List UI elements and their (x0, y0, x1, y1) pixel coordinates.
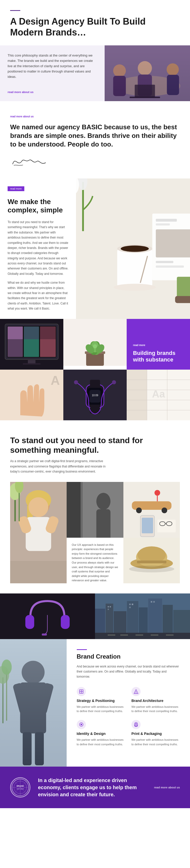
svg-rect-84 (10, 561, 67, 583)
svg-rect-18 (117, 249, 152, 287)
svg-rect-64 (127, 370, 147, 420)
print-title: Print & Packaging (131, 732, 180, 736)
philosophy-text: This core philosophy stands at the cente… (8, 53, 97, 79)
svg-point-92 (136, 507, 141, 513)
svg-text:EST. 2024: EST. 2024 (17, 788, 24, 790)
svg-rect-156 (135, 725, 137, 726)
service-architecture: Brand Architecture We partner with ambit… (131, 687, 180, 714)
philosophy-banner: This core philosophy stands at the cente… (0, 45, 190, 101)
svg-point-94 (154, 490, 160, 495)
items-photo (123, 482, 180, 538)
building-read-more[interactable]: read more (133, 344, 184, 346)
brand-image (0, 639, 67, 767)
service-strategy: Strategy & Positioning We partner with a… (77, 687, 125, 714)
svg-point-21 (114, 284, 156, 291)
svg-point-106 (129, 565, 174, 572)
svg-rect-77 (26, 517, 51, 551)
svg-point-61 (74, 380, 78, 384)
svg-point-62 (112, 380, 116, 384)
basic-read-more[interactable]: read more about us (10, 115, 34, 118)
svg-rect-146 (0, 639, 67, 767)
city-banner (95, 593, 190, 639)
strategy-title: Strategy & Positioning (77, 699, 125, 703)
bottom-banner-section: BRAND EST. 2024 In a digital-led and exp… (0, 767, 190, 808)
svg-rect-41 (23, 363, 40, 365)
svg-rect-24 (156, 219, 177, 222)
philosophy-image (105, 45, 190, 101)
brand-content: Brand Creation And because we work acros… (67, 639, 190, 767)
grid-pattern-cell: Aa (127, 370, 190, 420)
svg-rect-86 (67, 482, 81, 538)
svg-rect-108 (25, 615, 34, 629)
print-text: We partner with ambitious businesses to … (131, 738, 180, 747)
hero-accent-line (10, 10, 20, 11)
philosophy-read-more[interactable]: read more about us (8, 91, 97, 94)
brand-accent-bar (77, 649, 87, 650)
blonde-photo (10, 482, 67, 583)
banner-section (0, 593, 190, 639)
print-icon (131, 720, 140, 729)
hero-section: A Design Agency Built To Build Modern Br… (0, 0, 190, 101)
grid-monitor-cell (0, 319, 63, 370)
bw-photo (67, 482, 123, 538)
svg-text:Aa: Aa (152, 389, 165, 400)
svg-rect-109 (61, 615, 70, 629)
svg-rect-27 (156, 261, 173, 263)
service-identity: Identity & Design We partner with ambiti… (77, 720, 125, 747)
svg-rect-59 (90, 380, 100, 386)
complex-section: read more We make the complex, simple To… (0, 179, 190, 319)
svg-text:A: A (51, 373, 60, 388)
signature (10, 154, 180, 171)
brand-creation-text: And because we work across every channel… (77, 664, 180, 679)
architecture-icon (131, 687, 140, 696)
svg-rect-35 (8, 327, 23, 339)
svg-rect-28 (156, 266, 184, 268)
svg-rect-134 (95, 593, 190, 639)
complex-badge[interactable]: read more (8, 186, 24, 191)
ux-text-excerpt: Our UX approach is based on this princip… (72, 543, 118, 583)
svg-rect-105 (137, 560, 166, 563)
svg-rect-51 (63, 366, 127, 370)
identity-icon (77, 720, 86, 729)
svg-point-20 (121, 245, 149, 252)
hat-photo (123, 538, 180, 583)
headphones-banner (0, 593, 95, 639)
strategy-text: We partner with ambitious businesses to … (77, 705, 125, 714)
brand-creation-section: Brand Creation And because we work acros… (0, 639, 190, 767)
grid-hand-cell: A (0, 370, 63, 420)
svg-rect-26 (156, 229, 190, 257)
photo-collage: Our UX approach is based on this princip… (10, 482, 180, 583)
svg-rect-25 (156, 223, 170, 225)
identity-title: Identity & Design (77, 732, 125, 736)
complex-text1: To stand out you need to stand for somet… (8, 220, 68, 276)
svg-rect-110 (42, 633, 47, 636)
identity-text: We partner with ambitious businesses to … (77, 738, 125, 747)
grid-section: read more Building brands with substance… (0, 319, 190, 420)
svg-rect-87 (81, 482, 82, 538)
basic-section: read more about us We named our agency B… (0, 101, 190, 178)
basic-title: We named our agency BASIC because to us,… (10, 123, 180, 149)
grid-building-cell: read more Building brands with substance (127, 319, 190, 370)
architecture-title: Brand Architecture (131, 699, 180, 703)
building-title: Building brands with substance (133, 350, 184, 363)
bottom-read-more[interactable]: read more about us (154, 786, 180, 789)
complex-right-image (76, 179, 190, 319)
collage-text-area: Our UX approach is based on this princip… (67, 538, 123, 583)
svg-text:10:09: 10:09 (92, 394, 98, 397)
bottom-banner-text: In a digital-led and experience driven e… (38, 777, 147, 798)
brand-logo: BRAND EST. 2024 (10, 777, 30, 798)
services-grid: Strategy & Positioning We partner with a… (77, 687, 180, 747)
svg-rect-96 (141, 518, 153, 533)
hero-title: A Design Agency Built To Build Modern Br… (10, 16, 180, 38)
stand-section: To stand out you need to stand for somet… (0, 420, 190, 593)
complex-title: We make the complex, simple (8, 197, 68, 214)
svg-point-88 (97, 493, 111, 510)
complex-text2: What we do and why we hustle come from w… (8, 280, 68, 311)
stand-title: To stand out you need to stand for somet… (10, 436, 180, 455)
svg-rect-40 (28, 360, 35, 364)
svg-rect-89 (97, 509, 111, 537)
philosophy-image-bg (105, 45, 190, 101)
stand-text: As a strategic partner we craft digital-… (10, 459, 112, 474)
svg-rect-97 (157, 520, 176, 532)
svg-rect-39 (40, 339, 56, 357)
